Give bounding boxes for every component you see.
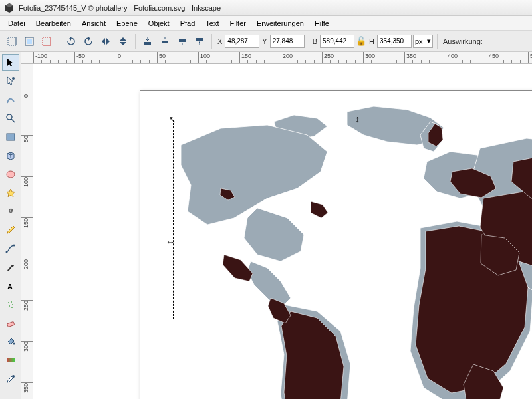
window-title: Fotolia_23745445_V © photallery - Fotoli…: [19, 4, 221, 12]
spiral-tool[interactable]: [2, 203, 19, 220]
tweak-tool[interactable]: [2, 91, 19, 108]
svg-rect-6: [179, 39, 186, 42]
menu-objekt[interactable]: Objekt: [143, 17, 175, 29]
y-label: Y: [261, 37, 268, 45]
ruler-vertical[interactable]: 050100150200250300350: [21, 64, 33, 399]
menu-datei[interactable]: Datei: [3, 17, 31, 29]
svg-rect-22: [7, 358, 15, 362]
svg-point-23: [12, 375, 15, 378]
menu-erweiterungen[interactable]: Erweiterungen: [251, 17, 309, 29]
spray-tool[interactable]: [2, 296, 19, 313]
unit-select[interactable]: px▾: [413, 35, 433, 48]
select-all-button[interactable]: [4, 33, 20, 49]
lock-icon[interactable]: 🔓: [356, 36, 366, 46]
h-label: H: [368, 37, 376, 45]
bucket-tool[interactable]: [2, 333, 19, 350]
handle-n[interactable]: [355, 114, 363, 122]
menu-filter[interactable]: Filter: [224, 17, 251, 29]
y-field[interactable]: [270, 35, 305, 48]
auswirkung-label: Auswirkung:: [442, 37, 484, 45]
ellipse-tool[interactable]: [2, 166, 19, 183]
text-tool[interactable]: A: [2, 277, 19, 295]
lower-bottom-button[interactable]: [140, 33, 156, 49]
workspace: A -100-50050100150200250300350400450500 …: [0, 52, 532, 399]
rotate-ccw-button[interactable]: [63, 33, 79, 49]
menu-hilfe[interactable]: Hilfe: [309, 17, 334, 29]
eraser-tool[interactable]: [2, 315, 19, 332]
zoom-tool[interactable]: [2, 110, 19, 127]
flip-h-button[interactable]: [98, 33, 114, 49]
flip-v-button[interactable]: [115, 33, 131, 49]
bezier-tool[interactable]: [2, 240, 19, 257]
menu-ansicht[interactable]: Ansicht: [76, 17, 111, 29]
h-field[interactable]: [377, 35, 412, 48]
rect-tool[interactable]: [2, 128, 19, 146]
x-label: X: [216, 37, 223, 45]
gradient-tool[interactable]: [2, 352, 19, 369]
handle-w[interactable]: [166, 237, 174, 245]
menubar: Datei Bearbeiten Ansicht Ebene Objekt Pf…: [0, 16, 532, 31]
svg-point-12: [5, 251, 7, 253]
menu-text[interactable]: Text: [200, 17, 224, 29]
separator: [437, 34, 438, 49]
canvas-area: -100-50050100150200250300350400450500 05…: [21, 52, 532, 399]
svg-rect-4: [144, 42, 151, 45]
svg-rect-7: [196, 38, 203, 41]
w-field[interactable]: [320, 35, 354, 48]
svg-point-19: [11, 307, 13, 308]
rotate-cw-button[interactable]: [80, 33, 96, 49]
menu-pfad[interactable]: Pfad: [175, 17, 201, 29]
menu-ebene[interactable]: Ebene: [111, 17, 143, 29]
deselect-button[interactable]: [39, 33, 55, 49]
svg-point-21: [13, 343, 15, 345]
select-layer-button[interactable]: [21, 33, 37, 49]
w-label: B: [311, 37, 319, 45]
3dbox-tool[interactable]: [2, 147, 19, 164]
handle-nw[interactable]: [168, 115, 176, 123]
x-field[interactable]: [225, 35, 259, 48]
calligraphy-tool[interactable]: [2, 259, 19, 276]
dropper-tool[interactable]: [2, 370, 19, 388]
svg-rect-5: [162, 41, 168, 43]
toolbox: A: [0, 52, 21, 399]
star-tool[interactable]: [2, 184, 19, 201]
selection-bbox[interactable]: [173, 120, 532, 319]
raise-top-button[interactable]: [192, 33, 207, 49]
separator: [59, 34, 59, 49]
svg-point-18: [9, 305, 10, 307]
svg-point-8: [12, 77, 15, 80]
svg-rect-20: [7, 321, 14, 327]
svg-point-9: [7, 114, 12, 120]
svg-point-16: [11, 301, 12, 303]
canvas[interactable]: [33, 64, 532, 399]
pencil-tool[interactable]: [2, 221, 19, 239]
selector-tool[interactable]: [2, 54, 19, 71]
titlebar: Fotolia_23745445_V © photallery - Fotoli…: [0, 0, 532, 16]
separator: [135, 34, 136, 49]
svg-rect-3: [43, 37, 51, 45]
svg-point-15: [8, 302, 9, 303]
svg-rect-2: [27, 39, 32, 44]
svg-point-13: [13, 245, 15, 247]
app-icon: [4, 3, 15, 13]
svg-rect-0: [8, 37, 16, 45]
toolbar: X Y B 🔓 H px▾ Auswirkung:: [0, 31, 532, 52]
separator: [211, 34, 212, 49]
node-tool[interactable]: [2, 72, 19, 90]
ruler-corner: [21, 52, 33, 64]
raise-button[interactable]: [174, 33, 190, 49]
svg-rect-10: [7, 134, 15, 140]
svg-point-17: [12, 304, 13, 305]
menu-bearbeiten[interactable]: Bearbeiten: [31, 17, 76, 29]
svg-text:A: A: [7, 283, 13, 291]
svg-point-11: [7, 171, 15, 178]
lower-button[interactable]: [157, 33, 173, 49]
ruler-horizontal[interactable]: -100-50050100150200250300350400450500: [33, 52, 532, 64]
